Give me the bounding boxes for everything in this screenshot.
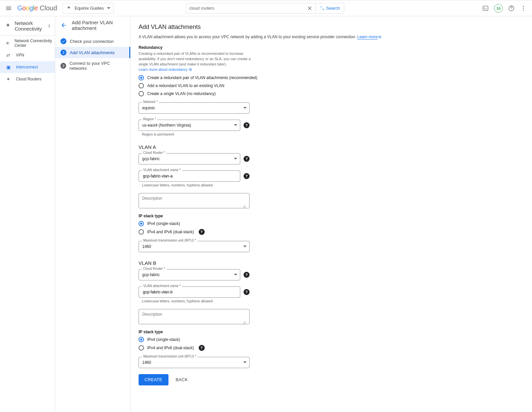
region-label: Region * — [142, 117, 157, 121]
clear-search-icon[interactable] — [307, 5, 313, 11]
mtu-label: Maximum transmission unit (MTU) * — [142, 355, 197, 358]
redundancy-desc: Creating a redundant pair of VLANs is re… — [139, 51, 252, 72]
hub-icon: ✳ — [5, 40, 10, 46]
help-icon[interactable] — [508, 5, 515, 12]
vlan-b-mtu-select[interactable]: 1460 — [139, 357, 250, 368]
vlan-a-title: VLAN A — [139, 144, 388, 150]
back-arrow-icon[interactable] — [60, 22, 67, 29]
nav-item-vpn[interactable]: ⇄ VPN — [0, 49, 55, 61]
radio-icon — [139, 221, 144, 226]
interconnect-icon: ▣ — [5, 64, 11, 70]
vlan-b-name-field — [139, 286, 240, 298]
vlan-b-cloud-router-select[interactable]: gcp-fabric — [139, 269, 240, 280]
step-badge-2: 2 — [60, 50, 66, 55]
search-button-label: Search — [326, 6, 340, 11]
cloud-router-label: Cloud Router * — [142, 151, 166, 154]
vlan-a-name-input[interactable] — [142, 173, 237, 179]
help-icon[interactable]: ? — [244, 122, 250, 128]
svg-point-2 — [523, 6, 524, 7]
help-icon[interactable]: ? — [199, 229, 205, 235]
chevron-down-icon — [243, 246, 247, 247]
vpn-icon: ⇄ — [5, 52, 11, 58]
main-content: Add VLAN attachments A VLAN attachment a… — [131, 16, 396, 412]
trial-badge[interactable]: 16 — [494, 4, 503, 13]
search-input[interactable] — [189, 5, 307, 11]
chevron-down-icon — [107, 7, 110, 9]
region-select[interactable]: us-east4 (Northern Virginia) — [139, 120, 240, 131]
google-cloud-logo[interactable]: Google Cloud — [17, 4, 57, 12]
external-link-icon: ⧉ — [189, 67, 192, 71]
menu-icon[interactable] — [5, 5, 12, 12]
network-connectivity-icon — [5, 23, 11, 29]
help-icon[interactable]: ? — [244, 272, 250, 278]
vlan-b-description-input[interactable] — [142, 309, 246, 324]
redundancy-learn-more-link[interactable]: Learn more about redundancy — [139, 67, 187, 71]
network-label: Network * — [142, 100, 159, 104]
project-icon — [66, 6, 71, 11]
external-link-icon: ⧉ — [378, 35, 381, 39]
radio-icon — [139, 83, 144, 88]
nav-item-cloud-routers[interactable]: ✦ Cloud Routers — [0, 73, 55, 85]
chevron-down-icon — [243, 361, 247, 363]
side-nav-title: Network Connectivity — [15, 20, 44, 32]
redundancy-radio-single[interactable]: Create a single VLAN (no redundancy) — [139, 91, 388, 96]
svg-point-3 — [523, 8, 524, 9]
header-utilities: 16 — [482, 4, 527, 13]
cloud-router-label: Cloud Router * — [142, 267, 166, 270]
vlan-a-dual-radio[interactable]: IPv4 and IPv6 (dual-stack) ? — [139, 229, 388, 235]
svg-rect-0 — [483, 6, 488, 10]
help-icon[interactable]: ? — [244, 289, 250, 295]
redundancy-heading: Redundancy — [139, 45, 388, 50]
help-icon[interactable]: ? — [244, 173, 250, 179]
learn-more-link[interactable]: Learn more — [357, 35, 377, 40]
help-icon[interactable]: ? — [244, 156, 250, 162]
search-button[interactable]: Search — [315, 3, 344, 14]
radio-icon — [139, 91, 144, 96]
vlan-a-description-input[interactable] — [142, 193, 246, 208]
attach-name-label: VLAN attachment name * — [142, 168, 182, 172]
chevron-down-icon — [243, 107, 247, 109]
vlan-b-description-box — [139, 309, 250, 324]
nav-item-ncc[interactable]: ✳ Network Connectivity Center — [0, 37, 55, 49]
chevron-down-icon — [234, 274, 237, 275]
search-input-container — [186, 3, 315, 14]
step-check-connection[interactable]: Check your connection — [55, 36, 130, 47]
name-hint: Lowercase letters, numbers, hyphens allo… — [142, 183, 388, 187]
vlan-a-name-field — [139, 170, 240, 182]
page-subtitle: A VLAN attachment allows you to access y… — [139, 34, 388, 40]
project-selector[interactable]: Equinix Guides — [62, 3, 114, 14]
redundancy-radio-pair[interactable]: Create a redundant pair of VLAN attachme… — [139, 75, 388, 80]
more-icon[interactable] — [520, 5, 527, 12]
vlan-a-ipv4-radio[interactable]: IPv4 (single-stack) — [139, 221, 388, 226]
cloud-shell-icon[interactable] — [482, 5, 489, 12]
vlan-a-description-box — [139, 193, 250, 208]
attach-name-label: VLAN attachment name * — [142, 284, 182, 288]
project-label: Equinix Guides — [75, 6, 104, 11]
nav-item-interconnect[interactable]: ▣ Interconnect — [0, 61, 55, 73]
vlan-b-name-input[interactable] — [142, 289, 237, 295]
global-header: Google Cloud Equinix Guides Search 16 — [0, 0, 532, 16]
radio-icon — [139, 75, 144, 80]
ip-stack-heading: IP stack type — [139, 214, 388, 218]
network-select[interactable]: equinix — [139, 102, 250, 114]
page-title: Add VLAN attachments — [139, 24, 388, 31]
vlan-a-mtu-select[interactable]: 1460 — [139, 241, 250, 252]
redundancy-radio-add-existing[interactable]: Add a redundant VLAN to an existing VLAN — [139, 83, 388, 88]
back-button[interactable]: BACK — [174, 377, 190, 382]
step-badge-done — [60, 38, 66, 44]
step-add-vlan[interactable]: 2 Add VLAN attachments — [55, 47, 130, 58]
create-button[interactable]: CREATE — [139, 374, 168, 385]
search-icon — [320, 6, 325, 11]
vlan-a-cloud-router-select[interactable]: gcp-fabric — [139, 153, 240, 164]
vlan-b-ipv4-radio[interactable]: IPv4 (single-stack) — [139, 337, 388, 342]
stepper-title: Add Partner VLAN attachment — [72, 20, 125, 31]
product-side-nav: Network Connectivity ✳ Network Connectiv… — [0, 16, 55, 412]
name-hint: Lowercase letters, numbers, hyphens allo… — [142, 299, 388, 303]
pin-icon[interactable] — [47, 24, 52, 28]
mtu-label: Maximum transmission unit (MTU) * — [142, 239, 197, 242]
step-connect-vpc[interactable]: 3 Connect to your VPC networks — [55, 58, 130, 73]
wizard-stepper: Add Partner VLAN attachment Check your c… — [55, 16, 131, 412]
chevron-down-icon — [234, 124, 237, 126]
vlan-b-dual-radio[interactable]: IPv4 and IPv6 (dual-stack) ? — [139, 345, 388, 351]
help-icon[interactable]: ? — [199, 345, 205, 351]
